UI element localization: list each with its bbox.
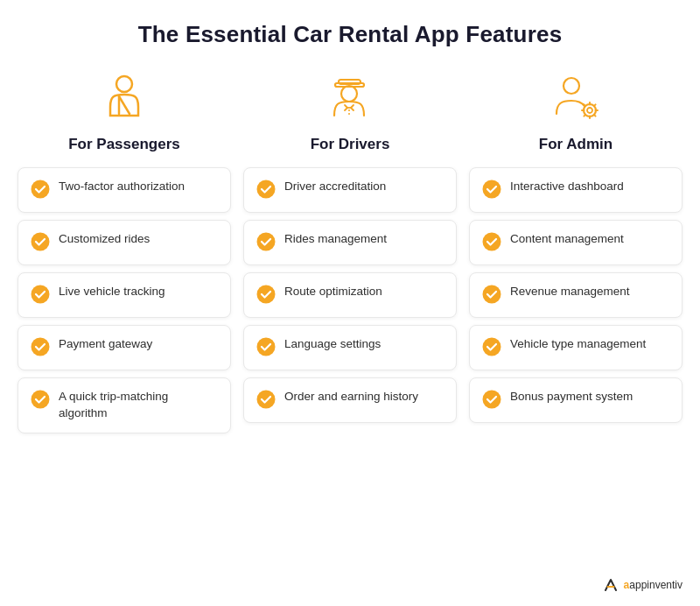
svg-point-10 (341, 86, 357, 102)
drivers-column: For Drivers Driver accreditation Rides m… (243, 67, 457, 433)
check-icon (482, 390, 501, 409)
feature-text: Customized rides (59, 231, 150, 248)
svg-point-32 (483, 285, 501, 304)
svg-point-13 (348, 113, 350, 115)
passengers-title: For Passengers (68, 136, 180, 153)
feature-text: Revenue management (510, 284, 630, 300)
main-title: The Essential Car Rental App Features (138, 21, 563, 48)
feature-card: Interactive dashboard (469, 167, 682, 213)
feature-card: Live vehicle tracking (18, 272, 231, 318)
svg-point-30 (483, 180, 501, 199)
svg-line-26 (584, 104, 585, 106)
logo-area: aappinventiv (602, 576, 682, 594)
svg-point-33 (483, 338, 501, 356)
check-icon (256, 390, 276, 409)
svg-line-27 (593, 114, 595, 116)
check-icon (31, 232, 50, 251)
check-icon (482, 337, 501, 356)
feature-card: Rides management (243, 220, 457, 265)
feature-text: Vehicle type management (510, 336, 646, 353)
check-icon (31, 390, 50, 409)
passenger-icon (94, 67, 155, 129)
feature-card: Bonus payment system (469, 377, 682, 423)
svg-point-16 (257, 285, 276, 304)
feature-card: Content management (469, 220, 682, 265)
passengers-header: For Passengers (68, 67, 180, 153)
feature-text: Two-factor authorization (59, 179, 185, 195)
check-icon (256, 232, 276, 251)
drivers-header: For Drivers (311, 67, 390, 153)
admin-title: For Admin (539, 136, 612, 153)
feature-card: Language settings (243, 325, 457, 370)
columns-container: For Passengers Two-factor authorization … (18, 67, 682, 433)
svg-point-14 (257, 180, 276, 199)
feature-text: Driver accreditation (284, 179, 386, 195)
appinventiv-logo-icon (602, 576, 620, 594)
feature-card: Order and earning history (243, 377, 457, 423)
svg-point-3 (32, 180, 50, 199)
feature-card: A quick trip-matching algorithm (18, 377, 231, 433)
feature-text: Rides management (284, 231, 387, 248)
svg-point-34 (483, 391, 501, 409)
svg-point-7 (32, 391, 50, 409)
feature-text: Payment gateway (59, 336, 152, 353)
feature-text: Order and earning history (284, 389, 418, 405)
admin-column: For Admin Interactive dashboard Content … (469, 67, 682, 433)
check-icon (31, 285, 50, 304)
feature-text: A quick trip-matching algorithm (59, 389, 218, 422)
page: The Essential Car Rental App Features (0, 0, 700, 606)
drivers-title: For Drivers (311, 136, 390, 153)
check-icon (256, 180, 276, 199)
svg-line-28 (593, 104, 595, 106)
logo-text: aappinventiv (624, 579, 682, 591)
svg-point-31 (483, 233, 501, 251)
feature-card: Route optimization (243, 272, 457, 318)
feature-text: Content management (510, 231, 624, 248)
svg-point-15 (257, 233, 276, 251)
check-icon (31, 337, 50, 356)
svg-point-19 (564, 78, 579, 94)
svg-line-29 (584, 114, 585, 116)
check-icon (256, 337, 276, 356)
feature-text: Interactive dashboard (510, 179, 624, 195)
feature-card: Vehicle type management (469, 325, 682, 370)
svg-point-18 (257, 391, 276, 409)
svg-point-5 (32, 285, 50, 304)
feature-card: Revenue management (469, 272, 682, 318)
check-icon (482, 180, 501, 199)
feature-card: Driver accreditation (243, 167, 457, 213)
driver-icon (319, 67, 381, 129)
svg-line-1 (119, 96, 130, 114)
svg-point-0 (116, 76, 132, 92)
check-icon (256, 285, 276, 304)
check-icon (482, 232, 501, 251)
feature-text: Route optimization (284, 284, 382, 300)
feature-text: Bonus payment system (510, 389, 633, 405)
feature-card: Customized rides (18, 220, 231, 265)
admin-header: For Admin (539, 67, 612, 153)
svg-point-12 (348, 109, 350, 111)
feature-text: Language settings (284, 336, 381, 353)
passengers-column: For Passengers Two-factor authorization … (18, 67, 231, 433)
svg-point-6 (32, 338, 50, 356)
feature-card: Two-factor authorization (18, 167, 231, 213)
svg-point-21 (587, 108, 592, 113)
svg-point-4 (32, 233, 50, 251)
check-icon (31, 180, 50, 199)
admin-icon (545, 67, 606, 129)
svg-point-17 (257, 338, 276, 356)
check-icon (482, 285, 501, 304)
feature-text: Live vehicle tracking (59, 284, 165, 300)
feature-card: Payment gateway (18, 325, 231, 370)
